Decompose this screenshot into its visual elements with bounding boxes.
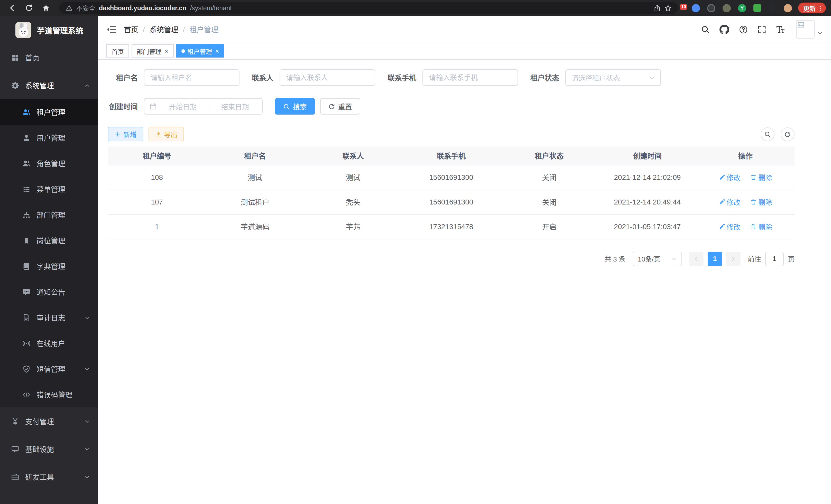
- sidebar-item-user-management[interactable]: 用户管理: [0, 125, 98, 151]
- extension-icon[interactable]: [768, 4, 776, 12]
- browser-reload-button[interactable]: [22, 1, 35, 14]
- tenant-name-input[interactable]: [144, 69, 239, 86]
- address-bar[interactable]: 不安全 dashboard.yudao.iocoder.cn/system/te…: [59, 2, 678, 14]
- tab-home[interactable]: 首页: [106, 44, 129, 58]
- chevron-left-icon: [693, 256, 699, 262]
- sidebar-item-payment[interactable]: 支付管理: [0, 407, 98, 435]
- edit-link[interactable]: 修改: [719, 197, 740, 207]
- sidebar-item-error-code[interactable]: 错误码管理: [0, 382, 98, 407]
- search-icon[interactable]: [701, 25, 710, 34]
- user-avatar-dropdown[interactable]: [796, 20, 823, 38]
- chevron-down-icon: [84, 366, 90, 372]
- column-header: 联系人: [304, 146, 402, 165]
- sidebar-item-system-management[interactable]: 系统管理: [0, 71, 98, 99]
- browser-extensions: 10 Y: [685, 4, 792, 12]
- tab-dept-management[interactable]: 部门管理 ×: [132, 44, 173, 58]
- tags-view-bar: 首页 部门管理 × 租户管理 ×: [98, 42, 831, 60]
- post-badge-icon: [23, 237, 30, 244]
- extension-icon[interactable]: [692, 4, 700, 12]
- contact-input[interactable]: [280, 69, 375, 86]
- github-icon[interactable]: [719, 24, 729, 34]
- sidebar-item-dev-tools[interactable]: 研发工具: [0, 463, 98, 491]
- table-toolbar: 新增 导出: [108, 127, 795, 141]
- code-icon: [23, 391, 30, 398]
- export-button[interactable]: 导出: [148, 127, 184, 141]
- breadcrumb-system-management[interactable]: 系统管理: [149, 24, 178, 34]
- extension-icon[interactable]: Y: [738, 4, 746, 12]
- breadcrumb-separator: /: [143, 25, 145, 33]
- close-icon[interactable]: ×: [165, 48, 168, 54]
- delete-link[interactable]: 删除: [751, 197, 772, 207]
- sidebar-item-tenant-management[interactable]: 租户管理: [0, 99, 98, 125]
- monitor-icon: [11, 445, 19, 453]
- breadcrumb-home[interactable]: 首页: [124, 24, 138, 34]
- tab-tenant-management[interactable]: 租户管理 ×: [176, 44, 224, 58]
- url-host: dashboard.yudao.iocoder.cn: [99, 4, 186, 11]
- sidebar-item-infrastructure[interactable]: 基础设施: [0, 435, 98, 463]
- update-label: 更新: [803, 4, 815, 12]
- page-size-select[interactable]: 10条/页: [633, 251, 682, 266]
- filter-contact: 联系人: [252, 69, 375, 86]
- help-icon[interactable]: [739, 25, 748, 34]
- reset-button[interactable]: 重置: [320, 98, 360, 115]
- phone-input[interactable]: [423, 69, 518, 86]
- status-text: 关闭: [500, 189, 598, 214]
- extension-icon[interactable]: [753, 4, 761, 12]
- sidebar-collapse-icon[interactable]: [106, 24, 116, 34]
- date-start-input[interactable]: 开始日期: [161, 101, 205, 112]
- sidebar-item-sms-management[interactable]: 短信管理: [0, 356, 98, 382]
- delete-link[interactable]: 删除: [751, 221, 772, 232]
- sms-shield-icon: [23, 365, 30, 373]
- sidebar-item-role-management[interactable]: 角色管理: [0, 151, 98, 176]
- create-time-label: 创建时间: [108, 101, 138, 112]
- page-number-button[interactable]: 1: [708, 251, 722, 266]
- prev-page-button[interactable]: [689, 251, 704, 266]
- sidebar-item-dept-management[interactable]: 部门管理: [0, 202, 98, 228]
- delete-link[interactable]: 删除: [751, 172, 772, 182]
- right-toolbar: [761, 127, 795, 141]
- date-range-picker[interactable]: 开始日期 - 结束日期: [144, 98, 263, 115]
- app-logo-row[interactable]: 芋道管理系统: [0, 16, 98, 44]
- add-button[interactable]: 新增: [108, 127, 143, 141]
- edit-link[interactable]: 修改: [719, 172, 740, 182]
- browser-back-button[interactable]: [5, 1, 19, 14]
- close-icon[interactable]: ×: [215, 48, 219, 54]
- edit-link[interactable]: 修改: [719, 221, 740, 232]
- sidebar-item-dict-management[interactable]: 字典管理: [0, 253, 98, 279]
- screen: 不安全 dashboard.yudao.iocoder.cn/system/te…: [0, 0, 831, 504]
- date-range-separator: -: [207, 102, 211, 110]
- calendar-icon: [149, 103, 157, 110]
- next-page-button[interactable]: [726, 251, 741, 266]
- contact-label: 联系人: [252, 72, 274, 83]
- extension-icon[interactable]: [707, 4, 715, 12]
- sidebar-item-notice[interactable]: 通知公告: [0, 279, 98, 305]
- search-button[interactable]: 搜索: [275, 98, 315, 115]
- status-select[interactable]: 请选择租户状态: [565, 69, 661, 86]
- bookmark-star-icon[interactable]: [664, 4, 672, 11]
- refresh-icon: [784, 131, 791, 138]
- kebab-menu-icon: [817, 5, 823, 11]
- refresh-button[interactable]: [781, 127, 795, 141]
- filter-status: 租户状态 请选择租户状态: [531, 69, 661, 86]
- sidebar-item-audit-log[interactable]: 审计日志: [0, 305, 98, 330]
- date-end-input[interactable]: 结束日期: [213, 101, 257, 112]
- fullscreen-icon[interactable]: [757, 25, 766, 34]
- page-suffix: 页: [788, 254, 795, 264]
- sidebar-item-menu-management[interactable]: 菜单管理: [0, 176, 98, 202]
- user-icon: [23, 134, 30, 142]
- profile-avatar-icon[interactable]: [784, 4, 792, 12]
- chevron-down-icon: [84, 446, 90, 452]
- browser-update-button[interactable]: 更新: [798, 3, 826, 13]
- sidebar-item-home[interactable]: 首页: [0, 44, 98, 71]
- toggle-search-button[interactable]: [761, 127, 774, 141]
- plus-icon: [115, 131, 121, 137]
- extension-icon[interactable]: [722, 4, 731, 12]
- sidebar-item-online-users[interactable]: 在线用户: [0, 330, 98, 356]
- toolbox-icon: [11, 473, 19, 481]
- browser-home-button[interactable]: [39, 1, 52, 14]
- sidebar-item-post-management[interactable]: 岗位管理: [0, 228, 98, 253]
- goto-page-input[interactable]: [765, 251, 784, 266]
- share-icon[interactable]: [654, 4, 661, 11]
- font-size-icon[interactable]: [776, 25, 785, 34]
- top-navbar: 首页 / 系统管理 / 租户管理: [98, 16, 831, 42]
